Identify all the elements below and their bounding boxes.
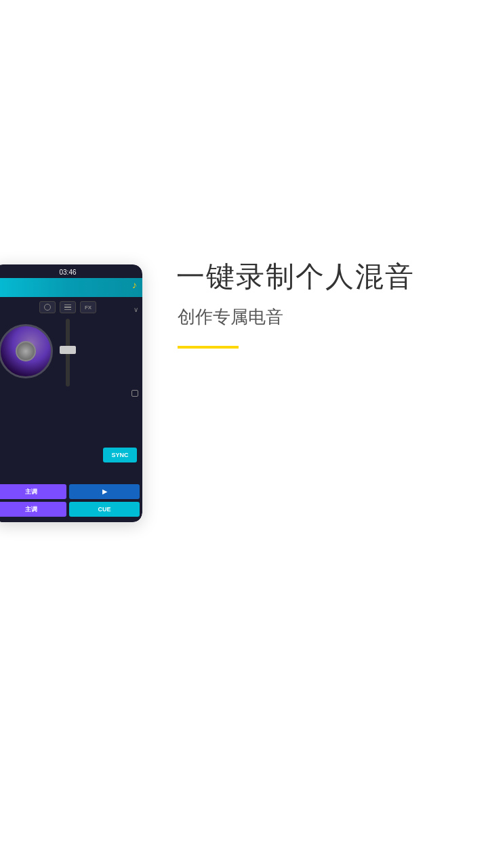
track-time-top: 03:46 xyxy=(0,269,142,276)
play-icon: ▶ xyxy=(102,488,107,495)
btn-row-2: 主调 CUE xyxy=(0,502,140,517)
bottom-buttons-top: 主调 ▶ 主调 CUE xyxy=(0,484,142,517)
subtext: 创作专属电音 xyxy=(178,305,283,329)
sync-button-top[interactable]: SYNC xyxy=(103,448,137,462)
turntable-center xyxy=(16,341,36,361)
loop-button[interactable] xyxy=(39,301,56,313)
waveform-top xyxy=(0,278,142,297)
fader-track-top xyxy=(66,319,70,387)
eq-button[interactable] xyxy=(60,301,76,313)
yellow-divider xyxy=(178,346,239,349)
square-icon xyxy=(131,390,138,397)
fader-handle-top[interactable] xyxy=(60,346,76,354)
play-button-top[interactable]: ▶ xyxy=(69,484,140,499)
dj-app-screen-top: 03:46 ♪ FX ∨ xyxy=(0,264,142,522)
key-button-2[interactable]: 主调 xyxy=(0,502,66,517)
tablet-device-top: 03:46 ♪ FX ∨ xyxy=(0,264,142,522)
key-button-1[interactable]: 主调 xyxy=(0,484,66,499)
top-section: 一键录制个人混音 创作专属电音 03:46 ♪ FX ∨ xyxy=(0,0,488,556)
turntable-top xyxy=(0,324,53,378)
controls-row: FX ∨ xyxy=(0,301,142,313)
chevron-down-icon: ∨ xyxy=(134,306,138,313)
headline: 一键录制个人混音 xyxy=(176,258,415,296)
cue-button-top[interactable]: CUE xyxy=(69,502,140,517)
btn-row-1: 主调 ▶ xyxy=(0,484,140,499)
fx-button[interactable]: FX xyxy=(80,301,96,313)
bottom-section: -03:38/03:41 〜 ♪ ⚙ ○ ≡ FX ∨ xyxy=(0,570,488,868)
music-note-icon: ♪ xyxy=(132,279,137,290)
